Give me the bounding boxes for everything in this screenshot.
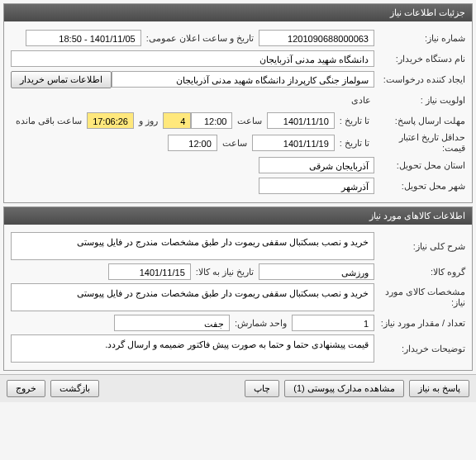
note-label: توضیحات خریدار: <box>374 344 465 354</box>
city-label: شهر محل تحویل: <box>374 181 465 192</box>
row-group: گروه کالا: ورزشی تاریخ نیاز به کالا: 140… <box>11 263 465 281</box>
need-date-label: تاریخ نیاز به کالا: <box>191 267 259 277</box>
priority-label: اولویت نیاز : <box>374 95 465 106</box>
row-note: توضیحات خریدار: قیمت پیشنهادی حتما و حتم… <box>11 334 465 363</box>
print-button[interactable]: چاپ <box>245 380 279 397</box>
reply-button[interactable]: پاسخ به نیاز <box>409 380 469 397</box>
row-requester: ایجاد کننده درخواست: سولماز جنگی کارپردا… <box>11 70 465 88</box>
pub-date-field[interactable]: 1401/11/05 - 18:50 <box>26 30 141 46</box>
to-date-label-2: تا تاریخ : <box>335 138 374 149</box>
note-field[interactable]: قیمت پیشنهادی حتما و حتما به صورت پیش فا… <box>11 334 374 363</box>
priority-value: عادی <box>348 95 374 106</box>
spec-field[interactable]: خرید و نصب بسکتبال سقفی ریموت دار طبق مش… <box>11 283 374 311</box>
row-req-no: شماره نیاز: 1201090688000063 تاریخ و ساع… <box>11 29 465 47</box>
buyer-field[interactable]: دانشگاه شهید مدنی آذربایجان <box>11 50 374 67</box>
province-field[interactable]: آذربایجان شرقی <box>259 157 374 173</box>
spec-label: مشخصات کالای مورد نیاز: <box>374 287 465 308</box>
desc-field[interactable]: خرید و نصب بسکتبال سقفی ریموت دار طبق مش… <box>11 232 374 260</box>
valid-label: حداقل تاریخ اعتبار قیمت: <box>374 132 465 154</box>
group-label: گروه کالا: <box>374 267 465 277</box>
desc-label: شرح کلی نیاز: <box>374 241 465 252</box>
row-buyer: نام دستگاه خریدار: دانشگاه شهید مدنی آذر… <box>11 50 465 68</box>
unit-field[interactable]: جفت <box>114 315 230 331</box>
contact-buyer-button[interactable]: اطلاعات تماس خریدار <box>11 71 112 88</box>
province-label: استان محل تحویل: <box>374 160 465 171</box>
unit-label: واحد شمارش: <box>230 318 292 329</box>
pub-date-label: تاریخ و ساعت اعلان عمومی: <box>141 33 259 44</box>
panel2-title: اطلاعات کالاهای مورد نیاز <box>4 207 472 225</box>
city-field[interactable]: آذرشهر <box>259 178 374 194</box>
to-date-label-1: تا تاریخ : <box>335 116 374 126</box>
time-label-2: ساعت <box>217 138 252 149</box>
panel1-title: جزئیات اطلاعات نیاز <box>4 4 472 21</box>
need-details-panel: جزئیات اطلاعات نیاز شماره نیاز: 12010906… <box>3 3 473 203</box>
panel1-body: شماره نیاز: 1201090688000063 تاریخ و ساع… <box>4 21 472 202</box>
qty-label: تعداد / مقدار مورد نیاز: <box>374 318 465 329</box>
panel2-body: شرح کلی نیاز: خرید و نصب بسکتبال سقفی ری… <box>4 225 472 370</box>
exit-button[interactable]: خروج <box>7 380 45 397</box>
buyer-label: نام دستگاه خریدار: <box>374 54 465 64</box>
remain-time-field: 17:06:26 <box>87 112 134 129</box>
qty-field[interactable]: 1 <box>292 315 374 331</box>
need-date-field[interactable]: 1401/11/15 <box>108 263 191 280</box>
req-no-label: شماره نیاز: <box>374 33 465 44</box>
row-desc: شرح کلی نیاز: خرید و نصب بسکتبال سقفی ری… <box>11 232 465 260</box>
valid-date-field[interactable]: 1401/11/19 <box>252 135 335 151</box>
requester-label: ایجاد کننده درخواست: <box>374 74 465 85</box>
row-city: شهر محل تحویل: آذرشهر <box>11 177 465 195</box>
remain-days-field: 4 <box>163 112 191 129</box>
time-label-1: ساعت <box>232 116 267 126</box>
row-priority: اولویت نیاز : عادی <box>11 91 465 109</box>
row-qty: تعداد / مقدار مورد نیاز: 1 واحد شمارش: ج… <box>11 314 465 332</box>
row-province: استان محل تحویل: آذربایجان شرقی <box>11 156 465 174</box>
resp-deadline-label: مهلت ارسال پاسخ: <box>374 116 465 126</box>
row-valid: حداقل تاریخ اعتبار قیمت: تا تاریخ : 1401… <box>11 132 465 154</box>
back-button[interactable]: بازگشت <box>50 380 99 397</box>
days-and-label: روز و <box>134 116 163 126</box>
attachments-button[interactable]: مشاهده مدارک پیوستی (1) <box>284 380 404 397</box>
requester-field[interactable]: سولماز جنگی کارپرداز دانشگاه شهید مدنی آ… <box>112 71 374 88</box>
group-field[interactable]: ورزشی <box>259 263 374 280</box>
remain-label: ساعت باقی مانده <box>11 116 87 126</box>
button-bar: پاسخ به نیاز مشاهده مدارک پیوستی (1) چاپ… <box>0 374 476 402</box>
valid-time-field[interactable]: 12:00 <box>168 135 217 151</box>
row-resp-deadline: مهلت ارسال پاسخ: تا تاریخ : 1401/11/10 س… <box>11 111 465 130</box>
resp-time-field[interactable]: 12:00 <box>191 112 232 129</box>
row-spec: مشخصات کالای مورد نیاز: خرید و نصب بسکتب… <box>11 283 465 311</box>
resp-date-field[interactable]: 1401/11/10 <box>267 112 334 129</box>
req-no-field[interactable]: 1201090688000063 <box>259 30 374 46</box>
goods-info-panel: اطلاعات کالاهای مورد نیاز شرح کلی نیاز: … <box>3 206 473 371</box>
